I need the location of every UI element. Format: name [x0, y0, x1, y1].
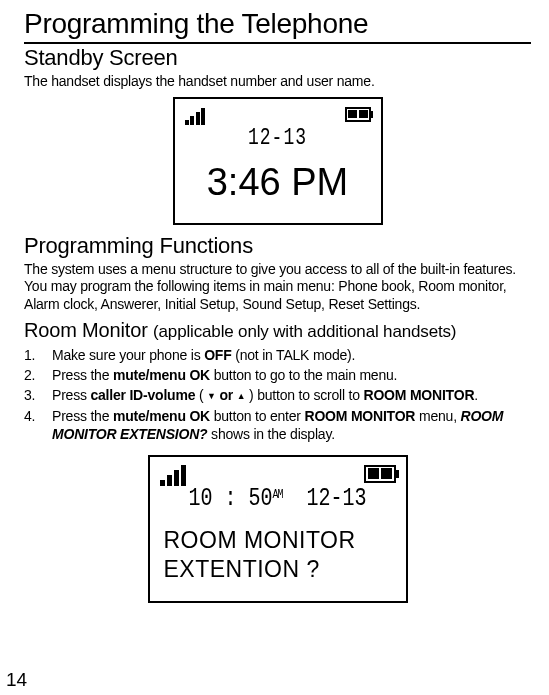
roommon-heading: Room Monitor (applicable only with addit… — [24, 319, 531, 342]
step-2: 2. Press the mute/menu OK button to go t… — [24, 366, 531, 384]
monitor-main-text: ROOM MONITOR EXTENTION ? — [160, 526, 396, 584]
signal-icon — [160, 465, 188, 486]
page-number: 14 — [6, 669, 27, 691]
roommon-heading-paren: (applicable only with additional handset… — [153, 322, 456, 341]
step-text: Press the mute/menu OK button to enter R… — [52, 407, 531, 443]
battery-icon — [364, 465, 396, 483]
monitor-line2: EXTENTION ? — [164, 556, 320, 582]
step-1: 1. Make sure your phone is OFF (not in T… — [24, 346, 531, 364]
progfunc-desc: The system uses a menu structure to give… — [24, 261, 531, 314]
room-monitor-screen: 10 : 50AM 12-13 ROOM MONITOR EXTENTION ? — [148, 455, 408, 603]
standby-heading: Standby Screen — [24, 45, 531, 71]
progfunc-heading: Programming Functions — [24, 233, 531, 259]
standby-time: 3:46 PM — [185, 161, 371, 204]
step-3: 3. Press caller ID-volume ( ▼ or ▲ ) but… — [24, 386, 531, 404]
battery-icon — [345, 107, 371, 122]
roommon-heading-main: Room Monitor — [24, 319, 153, 341]
step-text: Make sure your phone is OFF (not in TALK… — [52, 346, 531, 364]
monitor-time: 10 : 50 — [188, 484, 272, 513]
monitor-ampm: AM — [272, 488, 282, 502]
step-num: 3. — [24, 386, 38, 404]
standby-desc: The handset displays the handset number … — [24, 73, 531, 91]
monitor-line1: ROOM MONITOR — [164, 527, 356, 553]
step-num: 1. — [24, 346, 38, 364]
standby-date: 12-13 — [185, 124, 371, 150]
monitor-timedate: 10 : 50AM 12-13 — [160, 484, 396, 513]
step-4: 4. Press the mute/menu OK button to ente… — [24, 407, 531, 443]
monitor-date: 12-13 — [307, 484, 367, 513]
signal-icon — [185, 107, 207, 125]
step-text: Press the mute/menu OK button to go to t… — [52, 366, 531, 384]
standby-screen: 12-13 3:46 PM — [173, 97, 383, 225]
step-text: Press caller ID-volume ( ▼ or ▲ ) button… — [52, 386, 531, 404]
triangle-down-icon: ▼ — [207, 391, 216, 401]
step-num: 4. — [24, 407, 38, 443]
page-title: Programming the Telephone — [24, 8, 531, 44]
step-num: 2. — [24, 366, 38, 384]
roommon-steps: 1. Make sure your phone is OFF (not in T… — [24, 346, 531, 443]
